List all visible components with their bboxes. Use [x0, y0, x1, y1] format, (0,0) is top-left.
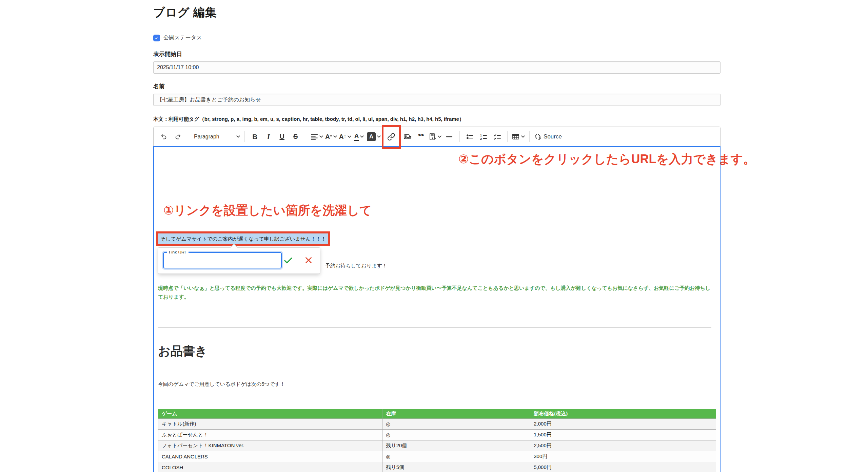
table-row: フォトパーセント！KINMATON ver. 残り20個 2,500円 [158, 440, 716, 451]
link-url-input[interactable] [165, 253, 273, 267]
insert-table-icon[interactable] [512, 131, 525, 143]
cell-stock: ◎ [382, 419, 530, 430]
chevron-down-icon [377, 135, 381, 138]
underline-icon[interactable]: U [276, 131, 288, 143]
publish-status-row: ✓ 公開ステータス [153, 34, 721, 41]
chevron-down-icon [438, 135, 441, 138]
heading-dropdown[interactable]: Paragraph [193, 131, 240, 143]
toolbar-separator [507, 131, 508, 142]
toolbar-separator [529, 131, 530, 142]
body-allowed-tags-label: 本文：利用可能タグ（br, strong, p, a, img, b, em, … [153, 116, 721, 122]
svg-text:1: 1 [480, 134, 482, 137]
selected-text: そしてゲムマサイトでのご案内が遅くなって申し訳ございません！！！ [158, 233, 328, 244]
cell-game: CALAND ANGLERS [158, 451, 382, 462]
source-editing-icon[interactable]: Source [534, 131, 562, 143]
bulleted-list-icon[interactable] [464, 131, 476, 143]
table-row: ふぉとぱーせんと！ ◎ 1,500円 [158, 430, 716, 440]
line-height-icon[interactable]: A↕ [339, 131, 351, 143]
toolbar-separator [306, 131, 306, 142]
cell-game: COLOSH [158, 462, 382, 472]
confirm-link-button[interactable] [281, 253, 295, 267]
publish-status-label: 公開ステータス [163, 34, 202, 41]
cell-game: フォトパーセント！KINMATON ver. [158, 440, 382, 451]
display-start-input[interactable] [153, 61, 721, 74]
bold-icon[interactable]: B [249, 131, 261, 143]
menu-section-heading: お品書き [158, 343, 208, 360]
toolbar-separator [244, 131, 245, 142]
cell-stock: 残り5個 [382, 462, 530, 472]
column-header-game: ゲーム [158, 409, 382, 419]
italic-icon[interactable]: I [263, 131, 274, 143]
content-horizontal-line [158, 327, 711, 328]
name-label: 名前 [153, 82, 721, 90]
title-divider [153, 26, 721, 26]
close-icon [304, 256, 313, 265]
link-icon[interactable] [386, 131, 397, 143]
page-title: ブログ 編集 [153, 0, 721, 20]
chevron-down-icon [348, 135, 351, 138]
redo-icon[interactable] [172, 131, 183, 143]
insert-image-icon[interactable] [402, 131, 413, 143]
chevron-down-icon [521, 135, 525, 138]
text-alignment-icon[interactable] [311, 131, 323, 143]
font-background-color-icon[interactable]: A [367, 131, 381, 143]
editor-toolbar: Paragraph B I U S A≡ A↕ A [153, 127, 721, 146]
table-header-row: ゲーム 在庫 頒布価格(税込) [158, 409, 716, 419]
svg-text:2: 2 [480, 137, 482, 140]
toolbar-separator [188, 131, 188, 142]
font-color-icon[interactable]: A [353, 131, 365, 143]
selected-text-wrap: そしてゲムマサイトでのご案内が遅くなって申し訳ございません！！！ [156, 231, 330, 246]
column-header-price: 頒布価格(税込) [530, 409, 716, 419]
cell-stock: ◎ [382, 451, 530, 462]
toolbar-separator [459, 131, 460, 142]
table-row: CALAND ANGLERS ◎ 300円 [158, 451, 716, 462]
link-url-field[interactable]: Link URL [163, 252, 282, 268]
todo-list-icon[interactable] [491, 131, 503, 143]
editor-green-note: 現時点で「いいなぁ」と思ってる程度での予約でも大歓迎です。実際にはゲムマで欲しか… [158, 284, 711, 302]
cell-price: 2,500円 [530, 440, 716, 451]
horizontal-line-icon[interactable] [443, 131, 455, 143]
display-start-label: 表示開始日 [153, 50, 721, 58]
table-row: COLOSH 残り5個 5,000円 [158, 462, 716, 472]
cancel-link-button[interactable] [301, 253, 316, 267]
cell-game: キャトル(新作) [158, 419, 382, 430]
menu-table: ゲーム 在庫 頒布価格(税込) キャトル(新作) ◎ 2,000円 ふぉとぱーせ… [158, 409, 716, 472]
table-row: キャトル(新作) ◎ 2,000円 [158, 419, 716, 430]
cell-stock: ◎ [382, 430, 530, 440]
chevron-down-icon [236, 135, 240, 138]
chevron-down-icon [319, 135, 323, 138]
chevron-down-icon [333, 135, 337, 138]
annotation-box-selected-text: そしてゲムマサイトでのご案内が遅くなって申し訳ございません！！！ [156, 231, 330, 246]
cell-price: 300円 [530, 451, 716, 462]
strikethrough-icon[interactable]: S [290, 131, 301, 143]
cell-price: 2,000円 [530, 419, 716, 430]
publish-status-checkbox[interactable]: ✓ [153, 35, 160, 41]
menu-section-intro: 今回のゲムマでご用意しているボドゲは次の5つです！ [158, 381, 285, 388]
annotation-step2: ②このボタンをクリックしたらURLを入力できます。 [458, 151, 755, 168]
chevron-down-icon [360, 135, 364, 138]
cell-game: ふぉとぱーせんと！ [158, 430, 382, 440]
annotation-step1: ①リンクを設置したい箇所を洗濯して [163, 202, 372, 219]
insert-html-icon[interactable] [429, 131, 441, 143]
editor-paragraph-partial: 予約お待ちしております！ [325, 263, 387, 269]
checkmark-icon [283, 255, 293, 265]
editor-content-area[interactable]: ②このボタンをクリックしたらURLを入力できます。 ①リンクを設置したい箇所を洗… [153, 146, 721, 472]
rich-text-editor: Paragraph B I U S A≡ A↕ A [153, 127, 721, 472]
undo-icon[interactable] [158, 131, 170, 143]
name-input[interactable] [153, 94, 721, 106]
blog-edit-page: ブログ 編集 ✓ 公開ステータス 表示開始日 名前 本文：利用可能タグ（br, … [153, 0, 721, 472]
cell-price: 5,000円 [530, 462, 716, 472]
cell-price: 1,500円 [530, 430, 716, 440]
link-url-popup: Link URL [158, 247, 320, 274]
numbered-list-icon[interactable]: 12 [478, 131, 489, 143]
cell-stock: 残り20個 [382, 440, 530, 451]
column-header-stock: 在庫 [382, 409, 530, 419]
font-size-icon[interactable]: A≡ [325, 131, 337, 143]
block-quote-icon[interactable]: “ [415, 134, 427, 140]
